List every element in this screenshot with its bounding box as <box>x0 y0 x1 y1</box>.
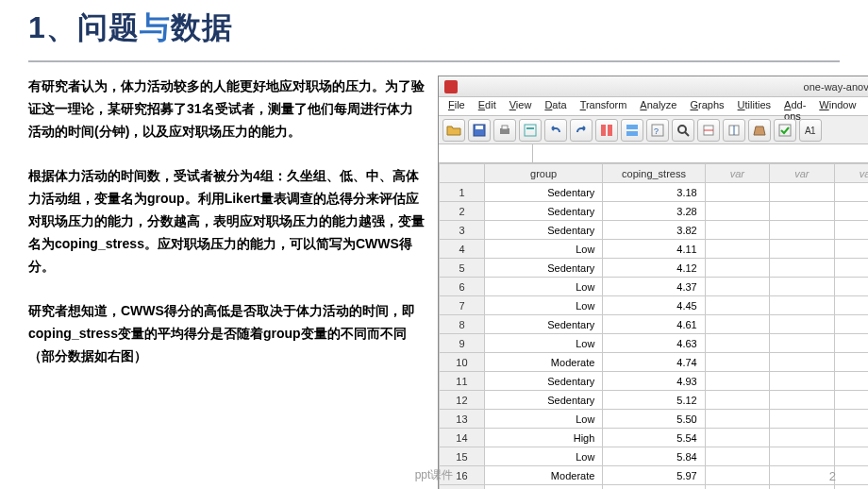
table-row[interactable]: 15Low5.84 <box>440 447 869 466</box>
table-row[interactable]: 12Sedentary5.12 <box>440 391 869 410</box>
cell-coping-stress[interactable]: 5.54 <box>603 429 705 447</box>
cell-empty[interactable] <box>770 391 834 410</box>
menu-window[interactable]: Window <box>813 99 861 113</box>
cell-empty[interactable] <box>770 296 834 315</box>
cell-coping-stress[interactable]: 4.11 <box>603 240 705 259</box>
row-number[interactable]: 15 <box>440 447 485 466</box>
cell-value[interactable] <box>533 144 868 162</box>
menu-edit[interactable]: Edit <box>473 99 502 113</box>
row-number[interactable]: 2 <box>440 202 485 221</box>
cell-empty[interactable] <box>770 315 834 334</box>
row-number[interactable]: 4 <box>440 240 485 259</box>
col-header-var-1[interactable]: var <box>705 164 769 183</box>
menu-data[interactable]: Data <box>539 99 572 113</box>
col-header-var-2[interactable]: var <box>770 164 834 183</box>
cell-coping-stress[interactable]: 4.74 <box>603 353 705 372</box>
open-icon[interactable] <box>442 119 465 142</box>
variables-icon[interactable]: ? <box>646 119 669 142</box>
cell-coping-stress[interactable]: 3.18 <box>603 183 705 202</box>
cell-empty[interactable] <box>705 296 769 315</box>
save-icon[interactable] <box>468 119 491 142</box>
cell-group[interactable]: Sedentary <box>484 259 602 278</box>
cell-coping-stress[interactable]: 3.82 <box>603 221 705 240</box>
col-header-group[interactable]: group <box>484 164 602 183</box>
table-row[interactable]: 5Sedentary4.12 <box>440 259 869 278</box>
cell-empty[interactable] <box>770 372 834 391</box>
goto-var-icon[interactable] <box>621 119 643 142</box>
table-row[interactable]: 9Low4.63 <box>440 334 869 353</box>
split-file-icon[interactable] <box>723 119 745 142</box>
row-number[interactable]: 12 <box>440 391 485 410</box>
cell-empty[interactable] <box>705 372 769 391</box>
cell-empty[interactable] <box>834 410 868 429</box>
insert-case-icon[interactable] <box>697 119 720 142</box>
cell-group[interactable]: Low <box>484 447 602 466</box>
row-number[interactable]: 3 <box>440 221 485 240</box>
row-number[interactable]: 17 <box>440 485 485 490</box>
spss-title-bar[interactable]: one-way-anova.sav <box>439 76 868 97</box>
table-row[interactable]: 14High5.54 <box>440 429 869 447</box>
cell-coping-stress[interactable]: 4.61 <box>603 315 705 334</box>
cell-group[interactable]: Sedentary <box>484 202 602 221</box>
cell-group[interactable]: Low <box>484 240 602 259</box>
menu-file[interactable]: File <box>442 99 471 113</box>
cell-coping-stress[interactable]: 5.50 <box>603 410 705 429</box>
cell-group[interactable]: High <box>484 429 602 447</box>
row-number[interactable]: 11 <box>440 372 485 391</box>
select-cases-icon[interactable] <box>774 119 796 142</box>
cell-empty[interactable] <box>705 353 769 372</box>
cell-group[interactable]: Moderate <box>484 353 602 372</box>
cell-empty[interactable] <box>705 410 769 429</box>
row-number[interactable]: 14 <box>440 429 485 447</box>
spss-data-grid[interactable]: group coping_stress var var var 1Sedenta… <box>439 163 868 489</box>
cell-coping-stress[interactable]: 4.93 <box>603 372 705 391</box>
cell-empty[interactable] <box>705 447 769 466</box>
cell-group[interactable]: Low <box>484 296 602 315</box>
cell-coping-stress[interactable]: 4.12 <box>603 259 705 278</box>
menu-graphs[interactable]: Graphs <box>684 99 729 113</box>
cell-coping-stress[interactable]: 3.28 <box>603 202 705 221</box>
cell-group[interactable]: Sedentary <box>484 221 602 240</box>
cell-empty[interactable] <box>834 296 868 315</box>
cell-empty[interactable] <box>834 353 868 372</box>
cell-group[interactable]: Low <box>484 334 602 353</box>
table-row[interactable]: 8Sedentary4.61 <box>440 315 869 334</box>
recall-dialog-icon[interactable] <box>519 119 542 142</box>
cell-empty[interactable] <box>770 485 834 490</box>
weight-cases-icon[interactable] <box>748 119 771 142</box>
cell-group[interactable]: Moderate <box>484 485 602 490</box>
row-number[interactable]: 6 <box>440 278 485 296</box>
cell-empty[interactable] <box>770 221 834 240</box>
cell-empty[interactable] <box>705 278 769 296</box>
cell-empty[interactable] <box>834 315 868 334</box>
cell-group[interactable]: Sedentary <box>484 183 602 202</box>
row-number[interactable]: 9 <box>440 334 485 353</box>
table-row[interactable]: 2Sedentary3.28 <box>440 202 869 221</box>
row-number[interactable]: 5 <box>440 259 485 278</box>
cell-group[interactable]: Sedentary <box>484 372 602 391</box>
col-header-var-3[interactable]: var <box>834 164 868 183</box>
cell-coping-stress[interactable]: 4.45 <box>603 296 705 315</box>
cell-empty[interactable] <box>705 334 769 353</box>
cell-empty[interactable] <box>705 221 769 240</box>
value-labels-icon[interactable]: A1 <box>799 119 822 142</box>
menu-utilities[interactable]: Utilities <box>732 99 776 113</box>
cell-empty[interactable] <box>834 221 868 240</box>
cell-empty[interactable] <box>705 429 769 447</box>
cell-empty[interactable] <box>705 485 769 490</box>
cell-empty[interactable] <box>834 447 868 466</box>
row-number[interactable]: 1 <box>440 183 485 202</box>
cell-empty[interactable] <box>705 259 769 278</box>
cell-empty[interactable] <box>770 183 834 202</box>
cell-empty[interactable] <box>834 278 868 296</box>
table-row[interactable]: 4Low4.11 <box>440 240 869 259</box>
cell-empty[interactable] <box>770 202 834 221</box>
cell-coping-stress[interactable]: 5.84 <box>603 447 705 466</box>
cell-empty[interactable] <box>834 372 868 391</box>
menu-analyze[interactable]: Analyze <box>634 99 682 113</box>
cell-group[interactable]: Low <box>484 410 602 429</box>
cell-empty[interactable] <box>834 485 868 490</box>
cell-empty[interactable] <box>770 278 834 296</box>
col-header-coping-stress[interactable]: coping_stress <box>603 164 705 183</box>
cell-empty[interactable] <box>705 202 769 221</box>
